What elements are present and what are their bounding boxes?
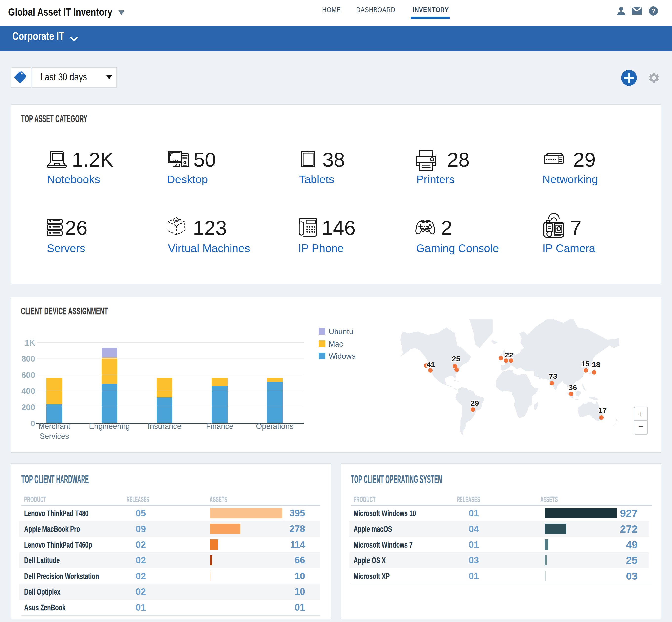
svg-text:?: ? xyxy=(651,7,656,15)
